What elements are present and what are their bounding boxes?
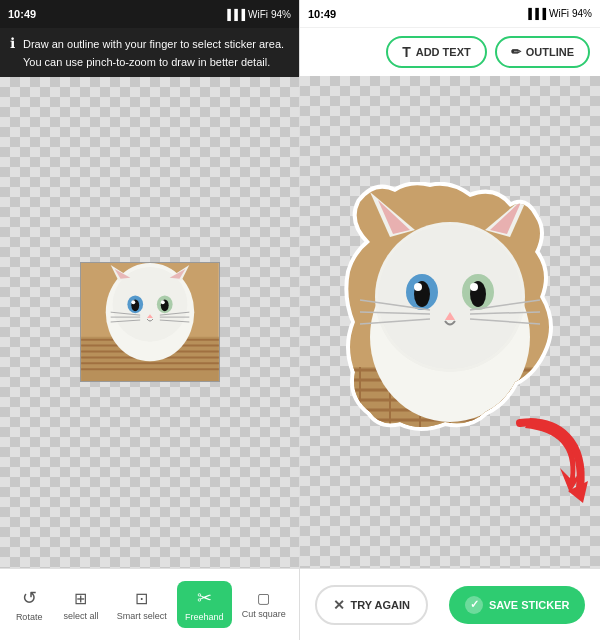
toolbar-left: ↺ Rotate ⊞ select all ⊡ Smart select ✂ F… — [0, 568, 299, 640]
freehand-label: Freehand — [185, 612, 224, 622]
try-again-button[interactable]: ✕ TRY AGAIN — [315, 585, 429, 625]
try-again-label: TRY AGAIN — [351, 599, 411, 611]
tool-rotate[interactable]: ↺ Rotate — [5, 581, 53, 628]
info-line1: Draw an outline with your finger to sele… — [23, 38, 284, 50]
status-icons-left: ▐▐▐ WiFi 94% — [224, 9, 291, 20]
tool-select-all[interactable]: ⊞ select all — [55, 583, 106, 627]
save-sticker-label: SAVE STICKER — [489, 599, 569, 611]
rotate-icon: ↺ — [22, 587, 37, 609]
select-all-label: select all — [63, 611, 98, 621]
tool-smart-select[interactable]: ⊡ Smart select — [109, 583, 175, 627]
svg-point-55 — [470, 283, 478, 291]
status-bar-right: 10:49 ▐▐▐ WiFi 94% — [300, 0, 600, 28]
battery-icon-right: 94% — [572, 8, 592, 19]
info-line2: You can use pinch-to-zoom to draw in bet… — [23, 56, 270, 68]
cat-sticker — [340, 182, 560, 462]
tool-freehand[interactable]: ✂ Freehand — [177, 581, 232, 628]
checkerboard-left — [0, 77, 299, 568]
battery-icon-left: 94% — [271, 9, 291, 20]
svg-point-45 — [378, 225, 522, 369]
status-icons-right: ▐▐▐ WiFi 94% — [525, 8, 592, 19]
toolbar-right: ✕ TRY AGAIN ✓ SAVE STICKER — [300, 568, 600, 640]
canvas-area-left[interactable] — [0, 77, 299, 568]
x-icon: ✕ — [333, 597, 345, 613]
cut-square-icon: ▢ — [257, 590, 270, 606]
wifi-icon: WiFi — [248, 9, 268, 20]
outline-button[interactable]: ✏ OUTLINE — [495, 36, 590, 68]
canvas-area-right[interactable] — [300, 76, 600, 568]
cut-square-label: Cut square — [242, 609, 286, 619]
add-text-button[interactable]: T ADD TEXT — [386, 36, 487, 68]
select-all-icon: ⊞ — [74, 589, 87, 608]
save-sticker-button[interactable]: ✓ SAVE STICKER — [449, 586, 585, 624]
svg-marker-63 — [568, 481, 588, 503]
pencil-icon: ✏ — [511, 45, 521, 59]
smart-select-label: Smart select — [117, 611, 167, 621]
cat-image-left — [80, 262, 220, 382]
status-bar-left: 10:49 ▐▐▐ WiFi 94% — [0, 0, 299, 28]
wifi-icon-right: WiFi — [549, 8, 569, 19]
time-left: 10:49 — [8, 8, 36, 20]
freehand-icon: ✂ — [197, 587, 212, 609]
svg-point-18 — [131, 301, 135, 305]
rotate-label: Rotate — [16, 612, 43, 622]
checkerboard-right — [300, 76, 600, 568]
signal-icon-right: ▐▐▐ — [525, 8, 546, 19]
time-right: 10:49 — [308, 8, 336, 20]
add-text-label: ADD TEXT — [416, 46, 471, 58]
text-icon: T — [402, 44, 411, 60]
tool-cut-square[interactable]: ▢ Cut square — [234, 584, 294, 625]
outline-label: OUTLINE — [526, 46, 574, 58]
check-icon: ✓ — [465, 596, 483, 614]
left-panel: 10:49 ▐▐▐ WiFi 94% ℹ Draw an outline wit… — [0, 0, 300, 640]
svg-point-19 — [160, 301, 164, 305]
info-bar: ℹ Draw an outline with your finger to se… — [0, 28, 299, 77]
right-panel: 10:49 ▐▐▐ WiFi 94% T ADD TEXT ✏ OUTLINE — [300, 0, 600, 640]
svg-point-54 — [414, 283, 422, 291]
smart-select-icon: ⊡ — [135, 589, 148, 608]
cat-placeholder — [81, 263, 219, 381]
info-icon: ℹ — [10, 35, 15, 51]
signal-icon: ▐▐▐ — [224, 9, 245, 20]
info-text: Draw an outline with your finger to sele… — [23, 34, 284, 71]
action-buttons-top: T ADD TEXT ✏ OUTLINE — [300, 28, 600, 76]
